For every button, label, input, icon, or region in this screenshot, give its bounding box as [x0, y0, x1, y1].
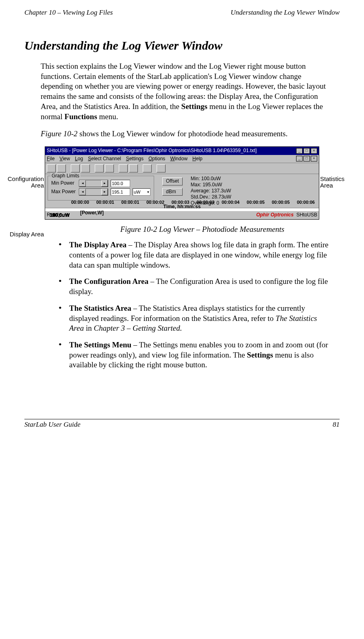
- maximize-icon[interactable]: □: [303, 148, 310, 154]
- toolbar-config-icon[interactable]: [119, 164, 128, 172]
- group-title: Graph Limits: [50, 173, 81, 179]
- titlebar: SHtoUSB - [Power Log Viewer - C:\Program…: [45, 147, 319, 155]
- bullet-mid: in: [84, 324, 94, 332]
- min-power-value[interactable]: 100.0: [111, 180, 130, 187]
- bullet-title: The Statistics Area: [69, 304, 131, 312]
- menu-view[interactable]: View: [59, 156, 70, 162]
- stat-avg: Average: 137.3uW: [191, 188, 231, 194]
- titlebar-text: SHtoUSB - [Power Log Viewer - C:\Program…: [47, 148, 257, 154]
- toolbar-print-icon[interactable]: [143, 164, 152, 172]
- toolbar: [45, 163, 319, 174]
- menu-settings[interactable]: Settings: [126, 156, 144, 162]
- toolbar-stop-icon[interactable]: [105, 164, 114, 172]
- graph-limits-group: Graph Limits Min Power ◂▸ 100.0 Max Powe…: [48, 176, 154, 201]
- stat-min: Min: 100.0uW: [191, 176, 231, 182]
- bullet-bold: Settings: [247, 351, 273, 359]
- intro-bold1: Settings: [181, 102, 207, 111]
- max-power-scroll[interactable]: ◂▸: [79, 188, 108, 196]
- toolbar-record-icon[interactable]: [95, 164, 104, 172]
- bullet-ital2: Chapter 3 – Getting Started.: [94, 324, 182, 332]
- status-brand: Ophir Optronics: [256, 212, 294, 218]
- max-power-label: Max Power: [51, 189, 76, 195]
- section-title: Understanding the Log Viewer Window: [24, 37, 340, 53]
- bullet-title: The Settings Menu: [69, 340, 131, 349]
- annotation-config: Configuration Area: [6, 176, 44, 189]
- lead-rest: shows the Log Viewer window for photodio…: [78, 129, 288, 138]
- dbm-button[interactable]: dBm: [162, 188, 183, 196]
- stat-max: Max: 195.0uW: [191, 182, 231, 188]
- offset-button[interactable]: Offset: [162, 177, 183, 185]
- annotation-display: Display Area: [10, 231, 44, 238]
- list-item: The Display Area – The Display Area show…: [57, 240, 331, 270]
- list-item: The Configuration Area – The Configurati…: [57, 277, 331, 297]
- list-item: The Settings Menu – The Settings menu en…: [57, 340, 331, 370]
- menu-help[interactable]: Help: [192, 156, 203, 162]
- minimize-icon[interactable]: _: [296, 148, 303, 154]
- feature-list: The Display Area – The Display Area show…: [57, 240, 331, 370]
- menu-select-channel[interactable]: Select Channel: [88, 156, 121, 162]
- menu-log[interactable]: Log: [75, 156, 83, 162]
- menu-file[interactable]: File: [47, 156, 54, 162]
- bullet-title: The Configuration Area: [69, 277, 148, 286]
- header-right: Understanding the Log Viewer Window: [231, 8, 340, 17]
- toolbar-paste-icon[interactable]: [81, 164, 90, 172]
- intro-paragraph: This section explains the Log Viewer win…: [41, 61, 331, 122]
- min-power-scroll[interactable]: ◂▸: [79, 180, 108, 187]
- x-axis-title: Time, hh:mm:ss: [48, 204, 316, 210]
- bullet-title: The Display Area: [69, 240, 126, 249]
- min-power-label: Min Power: [51, 180, 76, 187]
- toolbar-open-icon[interactable]: [47, 164, 56, 172]
- status-right: SHtoUSB: [296, 212, 317, 218]
- menu-window[interactable]: Window: [170, 156, 187, 162]
- page-header: Chapter 10 – Viewing Log Files Understan…: [24, 8, 340, 17]
- header-left: Chapter 10 – Viewing Log Files: [24, 8, 113, 17]
- annotation-stats: Statistics Area: [320, 176, 358, 189]
- menubar: File View Log Select Channel Settings Op…: [45, 155, 319, 164]
- figure-ref: Figure 10-2: [41, 129, 78, 138]
- unit-select[interactable]: uW: [133, 188, 150, 196]
- app-window: SHtoUSB - [Power Log Viewer - C:\Program…: [45, 146, 319, 220]
- max-power-value[interactable]: 195.1: [111, 188, 130, 196]
- intro-bold2: Functions: [65, 112, 97, 121]
- toolbar-save-icon[interactable]: [57, 164, 66, 172]
- list-item: The Statistics Area – The Statistics Are…: [57, 303, 331, 334]
- page-footer: StarLab User Guide 81: [24, 419, 340, 429]
- footer-left: StarLab User Guide: [24, 420, 81, 429]
- child-maximize-icon[interactable]: □: [303, 156, 310, 161]
- intro-post: menu.: [97, 112, 118, 121]
- footer-right: 81: [333, 420, 340, 429]
- window-buttons: _ □ ×: [296, 148, 317, 154]
- close-icon[interactable]: ×: [311, 148, 317, 154]
- figure-10-2: Configuration Area Display Area SHtoUSB …: [6, 146, 358, 220]
- child-close-icon[interactable]: ×: [311, 156, 317, 161]
- display-area: [Power,W] 190.0uW180.0uW170.0uW160.0uW15…: [45, 208, 319, 211]
- lead-line: Figure 10-2 shows the Log Viewer window …: [41, 129, 331, 139]
- toolbar-copy-icon[interactable]: [71, 164, 80, 172]
- figure-caption: Figure 10-2 Log Viewer – Photodiode Meas…: [65, 225, 340, 235]
- menu-options[interactable]: Options: [148, 156, 165, 162]
- child-minimize-icon[interactable]: _: [296, 156, 303, 161]
- toolbar-help-icon[interactable]: [157, 164, 166, 172]
- toolbar-export-icon[interactable]: [129, 164, 138, 172]
